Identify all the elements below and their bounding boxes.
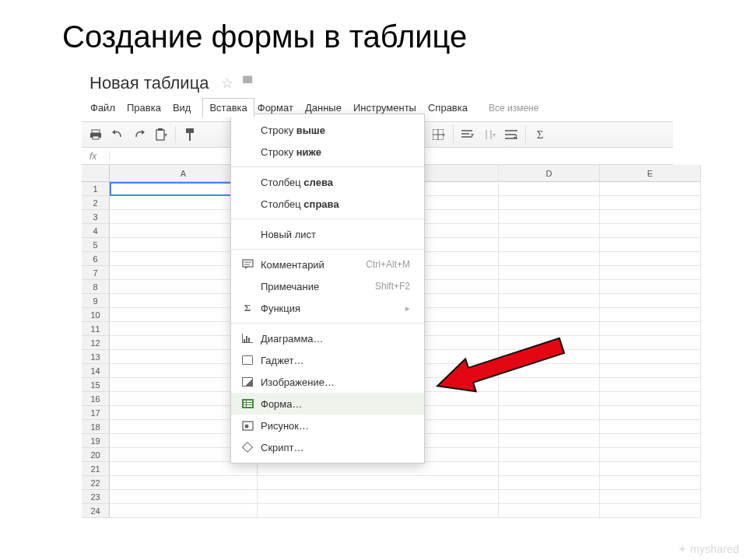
cell[interactable] <box>499 462 600 476</box>
cell[interactable] <box>600 182 701 196</box>
cell[interactable] <box>600 378 701 392</box>
menu-file[interactable]: Файл <box>90 102 115 114</box>
wrap-icon[interactable] <box>502 125 521 144</box>
select-all-corner[interactable] <box>82 165 110 182</box>
menu-note[interactable]: Примечание Shift+F2 <box>231 275 424 297</box>
menu-drawing[interactable]: Рисунок… <box>231 415 424 436</box>
row-header[interactable]: 6 <box>82 252 110 266</box>
menu-chart[interactable]: Диаграмма… <box>231 327 424 349</box>
menu-edit[interactable]: Правка <box>127 102 161 114</box>
row-header[interactable]: 9 <box>82 294 110 308</box>
cell[interactable] <box>499 238 600 252</box>
menu-comment[interactable]: Комментарий Ctrl+Alt+M <box>231 254 424 275</box>
star-icon[interactable]: ☆ <box>221 75 233 92</box>
cell[interactable] <box>600 266 701 280</box>
row-header[interactable]: 13 <box>82 350 110 364</box>
cell[interactable] <box>499 406 600 420</box>
cell[interactable] <box>600 392 701 406</box>
menu-form[interactable]: Форма… <box>231 393 424 415</box>
menu-insert[interactable]: Вставка <box>202 98 254 117</box>
cell[interactable] <box>600 462 701 476</box>
menu-view[interactable]: Вид <box>173 102 191 114</box>
menu-new-sheet[interactable]: Новый лист <box>231 223 424 245</box>
cell[interactable] <box>499 196 600 210</box>
row-header[interactable]: 22 <box>82 476 110 490</box>
cell[interactable] <box>499 434 600 448</box>
row-header[interactable]: 17 <box>82 406 110 420</box>
cell[interactable] <box>600 308 701 322</box>
col-header-e[interactable]: E <box>600 165 701 182</box>
row-header[interactable]: 14 <box>82 364 110 378</box>
cell[interactable] <box>600 224 701 238</box>
row-header[interactable]: 12 <box>82 336 110 350</box>
cell[interactable] <box>499 490 600 504</box>
cell[interactable] <box>110 490 258 504</box>
cell[interactable] <box>110 504 258 518</box>
cell[interactable] <box>499 182 600 196</box>
functions-icon[interactable]: Σ <box>531 125 549 144</box>
row-header[interactable]: 18 <box>82 420 110 434</box>
doc-title[interactable]: Новая таблица <box>89 73 209 93</box>
row-header[interactable]: 23 <box>82 490 110 504</box>
row-header[interactable]: 15 <box>82 378 110 392</box>
row-header[interactable]: 2 <box>82 196 110 210</box>
cell[interactable] <box>110 476 258 490</box>
print-icon[interactable] <box>86 125 105 144</box>
align-icon[interactable]: ▾ <box>458 125 477 144</box>
cell[interactable] <box>600 406 701 420</box>
row-header[interactable]: 16 <box>82 392 110 406</box>
cell[interactable] <box>499 224 600 238</box>
cell[interactable] <box>600 448 701 462</box>
menu-col-left[interactable]: Столбец слева <box>231 171 424 193</box>
menu-function[interactable]: Σ Функция ▸ <box>231 297 424 319</box>
cell[interactable] <box>600 322 701 336</box>
menu-data[interactable]: Данные <box>305 102 342 114</box>
cell[interactable] <box>499 504 600 518</box>
cell[interactable] <box>499 252 600 266</box>
cell[interactable] <box>600 336 701 350</box>
cell[interactable] <box>499 210 600 224</box>
col-header-d[interactable]: D <box>499 165 600 182</box>
cell[interactable] <box>600 280 701 294</box>
cell[interactable] <box>258 490 499 504</box>
cell[interactable] <box>258 504 499 518</box>
cell[interactable] <box>600 210 701 224</box>
cell[interactable] <box>258 476 499 490</box>
menu-script[interactable]: Скрипт… <box>231 436 424 458</box>
cell[interactable] <box>499 476 600 490</box>
row-header[interactable]: 1 <box>82 182 110 196</box>
cell[interactable] <box>110 462 258 476</box>
row-header[interactable]: 10 <box>82 308 110 322</box>
cell[interactable] <box>600 364 701 378</box>
menu-gadget[interactable]: Гаджет… <box>231 349 424 371</box>
cell[interactable] <box>600 294 701 308</box>
row-header[interactable]: 8 <box>82 280 110 294</box>
menu-row-below[interactable]: Строку ниже <box>231 141 424 163</box>
row-header[interactable]: 19 <box>82 434 110 448</box>
cell[interactable] <box>600 238 701 252</box>
cell[interactable] <box>499 280 600 294</box>
cell[interactable] <box>600 350 701 364</box>
menu-format[interactable]: Формат <box>258 102 293 114</box>
borders-icon[interactable]: ▾ <box>430 125 448 144</box>
cell[interactable] <box>499 448 600 462</box>
row-header[interactable]: 4 <box>82 224 110 238</box>
menu-image[interactable]: Изображение… <box>231 371 424 393</box>
cell[interactable] <box>499 294 600 308</box>
row-header[interactable]: 20 <box>82 448 110 462</box>
row-header[interactable]: 7 <box>82 266 110 280</box>
paint-format-icon[interactable] <box>181 125 199 144</box>
cell[interactable] <box>600 476 701 490</box>
cell[interactable] <box>600 504 701 518</box>
menu-tools[interactable]: Инструменты <box>353 102 416 114</box>
cell[interactable] <box>499 420 600 434</box>
menu-col-right[interactable]: Столбец справа <box>231 193 424 215</box>
row-header[interactable]: 3 <box>82 210 110 224</box>
row-header[interactable]: 21 <box>82 462 110 476</box>
cell[interactable] <box>499 308 600 322</box>
cell[interactable] <box>600 252 701 266</box>
cell[interactable] <box>600 434 701 448</box>
paste-icon[interactable]: ▾ <box>152 125 170 144</box>
row-header[interactable]: 24 <box>82 504 110 518</box>
menu-row-above[interactable]: Строку выше <box>231 119 424 141</box>
